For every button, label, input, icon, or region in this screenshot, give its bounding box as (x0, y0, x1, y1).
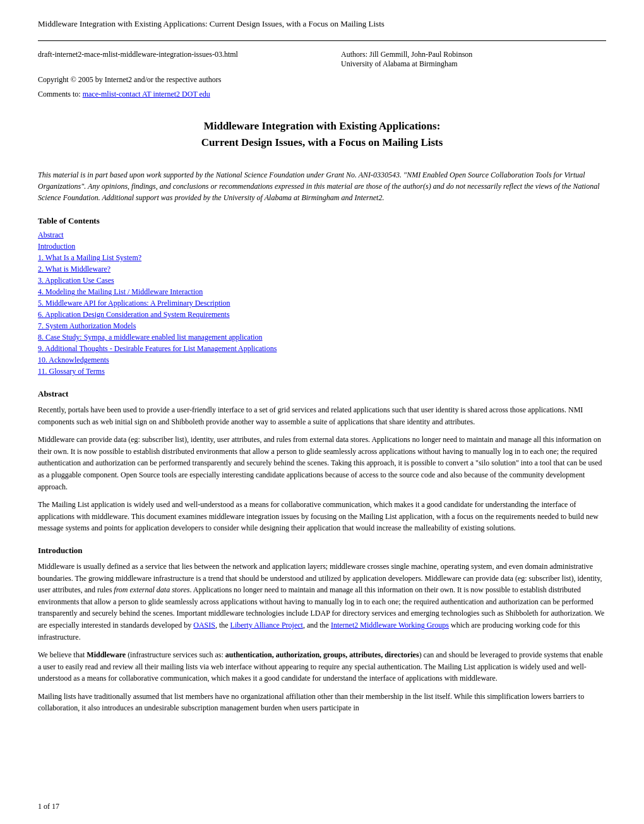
toc-link-7[interactable]: 7. System Authorization Models (38, 321, 136, 330)
abstract-heading: Abstract (38, 389, 606, 399)
toc-link-introduction[interactable]: Introduction (38, 242, 75, 251)
introduction-para-3: Mailing lists have traditionally assumed… (38, 691, 606, 714)
abstract-para-1: Recently, portals have been used to prov… (38, 404, 606, 427)
toc-link-8[interactable]: 8. Case Study: Sympa, a middleware enabl… (38, 333, 263, 342)
toc-item-2: 2. What is Middleware? (38, 264, 606, 274)
toc-item-4: 4. Modeling the Mailing List / Middlewar… (38, 287, 606, 297)
internet2-link[interactable]: Internet2 Middleware Working Groups (331, 621, 449, 630)
toc-heading: Table of Contents (38, 216, 606, 226)
comments-link[interactable]: mace-mlist-contact AT internet2 DOT edu (83, 90, 210, 99)
toc-list: Abstract Introduction 1. What Is a Maili… (38, 230, 606, 376)
toc-item-11: 11. Glossary of Terms (38, 366, 606, 376)
toc-item-7: 7. System Authorization Models (38, 321, 606, 331)
page-number: 1 of 17 (38, 802, 59, 811)
introduction-para-1: Middleware is usually defined as a servi… (38, 561, 606, 643)
meta-authors: Authors: Jill Gemmill, John-Paul Robinso… (341, 50, 606, 69)
liberty-link[interactable]: Liberty Alliance Project (230, 621, 303, 630)
toc-link-1[interactable]: 1. What Is a Mailing List System? (38, 253, 141, 262)
comments-text: Comments to: mace-mlist-contact AT inter… (38, 90, 606, 99)
toc-link-10[interactable]: 10. Acknowledgements (38, 355, 109, 364)
main-document-title: Middleware Integration with Existing App… (38, 118, 606, 150)
oasis-link[interactable]: OASIS (193, 621, 215, 630)
page-container: Middleware Integration with Existing App… (0, 0, 644, 824)
toc-link-5[interactable]: 5. Middleware API for Applications: A Pr… (38, 299, 230, 308)
toc-link-3[interactable]: 3. Application Use Cases (38, 276, 114, 285)
introduction-para-2: We believe that Middleware (infrastructu… (38, 649, 606, 684)
toc-item-abstract: Abstract (38, 230, 606, 240)
toc-item-5: 5. Middleware API for Applications: A Pr… (38, 298, 606, 308)
services-bold: authentication, authorization, groups, a… (225, 650, 419, 659)
toc-link-4[interactable]: 4. Modeling the Mailing List / Middlewar… (38, 287, 203, 296)
middleware-bold: Middleware (86, 650, 126, 659)
toc-item-1: 1. What Is a Mailing List System? (38, 253, 606, 263)
toc-link-11[interactable]: 11. Glossary of Terms (38, 367, 105, 376)
top-title-text: Middleware Integration with Existing App… (38, 19, 385, 28)
toc-link-6[interactable]: 6. Application Design Consideration and … (38, 310, 230, 319)
toc-item-10: 10. Acknowledgements (38, 355, 606, 365)
toc-link-9[interactable]: 9. Additional Thoughts - Desirable Featu… (38, 344, 277, 353)
toc-item-9: 9. Additional Thoughts - Desirable Featu… (38, 343, 606, 354)
toc-item-8: 8. Case Study: Sympa, a middleware enabl… (38, 332, 606, 342)
top-title: Middleware Integration with Existing App… (38, 19, 606, 29)
toc-item-introduction: Introduction (38, 241, 606, 251)
toc-link-abstract[interactable]: Abstract (38, 230, 64, 239)
introduction-heading: Introduction (38, 546, 606, 556)
copyright-text: Copyright © 2005 by Internet2 and/or the… (38, 75, 606, 85)
toc-link-2[interactable]: 2. What is Middleware? (38, 265, 110, 273)
abstract-para-2: Middleware can provide data (eg: subscri… (38, 434, 606, 493)
toc-item-3: 3. Application Use Cases (38, 275, 606, 285)
abstract-intro-text: This material is in part based upon work… (38, 169, 606, 203)
abstract-para-3: The Mailing List application is widely u… (38, 499, 606, 534)
toc-item-6: 6. Application Design Consideration and … (38, 309, 606, 319)
meta-filename: draft-internet2-mace-mlist-middleware-in… (38, 50, 303, 69)
meta-row: draft-internet2-mace-mlist-middleware-in… (38, 50, 606, 69)
